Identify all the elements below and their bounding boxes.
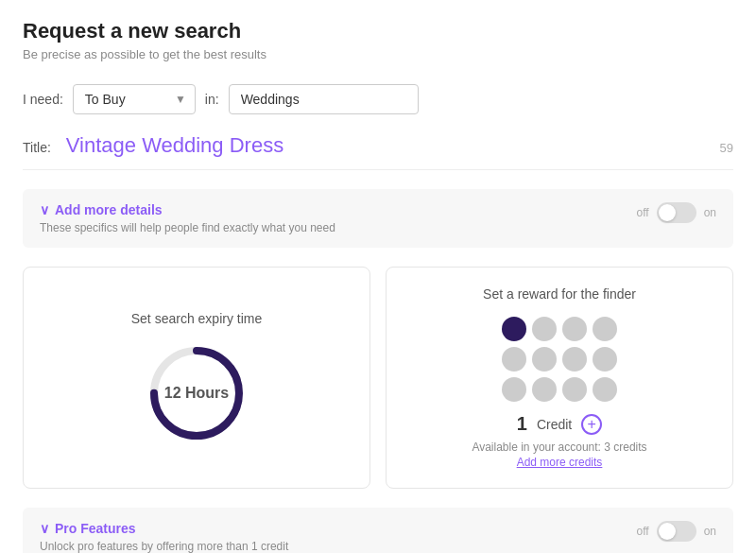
page-title: Request a new search [23,19,733,43]
pro-toggle-row: off on [637,521,716,542]
reward-available-text: Available in your account: 3 credits [472,441,646,454]
need-label: I need: [23,92,63,107]
title-value: Vintage Wedding Dress [66,133,705,158]
title-char-count: 59 [720,141,733,155]
add-details-section: ∨ Add more details These specifics will … [23,189,733,248]
details-heading: ∨ Add more details [40,202,335,217]
reward-dot[interactable] [562,347,587,372]
pro-subtext: Unlock pro features by offering more tha… [40,540,288,553]
details-toggle-on-label: on [704,206,716,219]
reward-dot[interactable] [532,347,557,372]
title-label: Title: [23,140,51,155]
pro-heading: ∨ Pro Features [40,521,288,536]
details-toggle[interactable] [657,202,696,223]
reward-unit: Credit [537,417,572,432]
reward-dot[interactable] [593,347,617,372]
reward-dot[interactable] [502,317,526,341]
reward-count: 1 [517,413,527,435]
reward-dot[interactable] [532,317,557,341]
in-label: in: [205,92,219,107]
need-in-row: I need: To Buy To Rent To Borrow ▼ in: [23,84,733,114]
expiry-card: Set search expiry time 12 Hours [23,267,370,489]
pro-left: ∨ Pro Features Unlock pro features by of… [40,521,288,553]
details-toggle-off-label: off [637,206,649,219]
reward-count-row: 1 Credit + [517,413,602,435]
reward-dots-grid [502,317,617,402]
chevron-pro-icon: ∨ [40,521,49,536]
title-row: Title: Vintage Wedding Dress 59 [23,133,733,170]
pro-toggle-off-label: off [637,525,649,538]
cards-row: Set search expiry time 12 Hours Set a re… [23,267,733,489]
expiry-circle[interactable]: 12 Hours [145,341,249,445]
pro-features-section: ∨ Pro Features Unlock pro features by of… [23,508,733,553]
reward-dot[interactable] [502,377,526,402]
pro-toggle-on-label: on [704,525,716,538]
chevron-icon: ∨ [40,202,49,217]
category-input[interactable] [229,84,419,114]
details-subtext: These specifics will help people find ex… [40,221,335,234]
need-select-wrapper[interactable]: To Buy To Rent To Borrow ▼ [73,84,196,114]
reward-card-title: Set a reward for the finder [483,286,636,302]
reward-plus-button[interactable]: + [581,414,602,435]
reward-dot[interactable] [562,317,587,341]
add-more-credits-link[interactable]: Add more credits [517,456,603,469]
reward-dot[interactable] [593,377,617,402]
reward-dot[interactable] [593,317,617,341]
expiry-card-title: Set search expiry time [131,311,263,326]
details-toggle-row: off on [637,202,716,223]
pro-toggle[interactable] [657,521,696,542]
reward-dot[interactable] [562,377,587,402]
reward-dot[interactable] [502,347,526,372]
details-left: ∨ Add more details These specifics will … [40,202,335,234]
reward-card: Set a reward for the finder 1 Credit + A… [386,267,733,489]
pro-heading-text: Pro Features [55,521,136,536]
expiry-value: 12 Hours [164,385,229,402]
details-heading-text: Add more details [55,202,163,217]
page-subtitle: Be precise as possible to get the best r… [23,47,733,61]
need-select[interactable]: To Buy To Rent To Borrow [73,84,196,114]
reward-dot[interactable] [532,377,557,402]
